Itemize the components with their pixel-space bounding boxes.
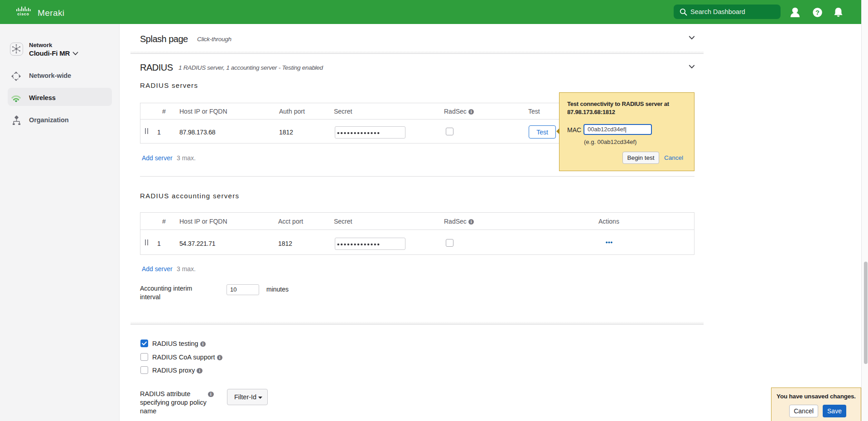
svg-text:?: ? [815, 9, 820, 16]
svg-text:cisco: cisco [17, 12, 29, 16]
